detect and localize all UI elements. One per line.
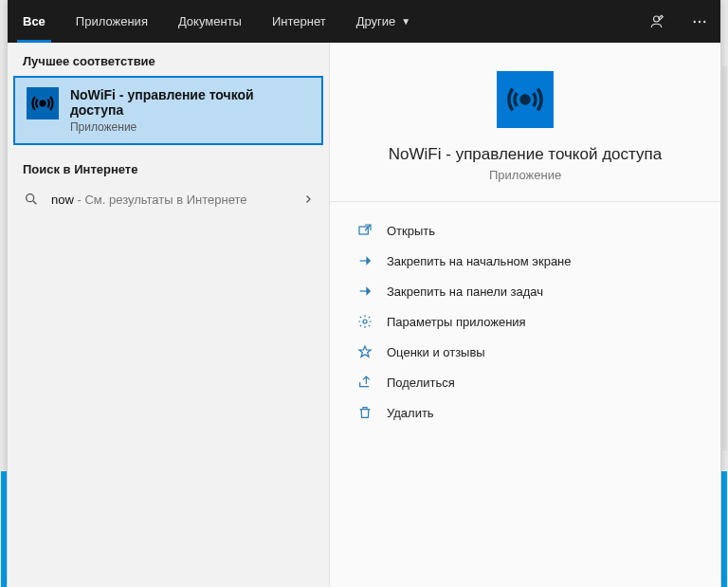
preview-subtitle: Приложение	[489, 168, 561, 182]
action-open[interactable]: Открыть	[351, 215, 700, 246]
pin-icon	[356, 284, 373, 299]
trash-icon	[356, 405, 373, 420]
more-options-icon[interactable]	[679, 0, 720, 43]
tab-label: Все	[23, 14, 46, 28]
tab-more[interactable]: Другие ▼	[341, 0, 427, 43]
action-delete[interactable]: Удалить	[351, 397, 700, 428]
tab-docs[interactable]: Документы	[163, 0, 257, 43]
web-search-header: Поиск в Интернете	[8, 151, 329, 182]
action-label: Закрепить на начальном экране	[387, 254, 572, 268]
app-icon-large	[497, 71, 554, 128]
best-match-title: NoWiFi - управление точкой доступа	[70, 87, 310, 118]
star-icon	[356, 344, 373, 359]
main-area: Лучшее соответствие NoWiFi - управление …	[8, 43, 720, 587]
share-icon	[356, 375, 373, 390]
results-column: Лучшее соответствие NoWiFi - управление …	[8, 43, 330, 587]
action-share[interactable]: Поделиться	[351, 367, 700, 397]
tab-web[interactable]: Интернет	[257, 0, 341, 43]
preview-title: NoWiFi - управление точкой доступа	[389, 145, 662, 164]
open-icon	[356, 223, 373, 238]
svg-rect-7	[359, 227, 368, 234]
svg-point-6	[521, 96, 529, 103]
preview-header: NoWiFi - управление точкой доступа Прило…	[330, 43, 720, 202]
action-label: Оценки и отзывы	[387, 345, 485, 359]
bg-accent-left	[1, 471, 7, 587]
chevron-down-icon: ▼	[401, 16, 410, 27]
best-match-text: NoWiFi - управление точкой доступа Прило…	[70, 87, 310, 134]
preview-column: NoWiFi - управление точкой доступа Прило…	[330, 43, 720, 587]
web-search-text: now - См. результаты в Интернете	[51, 193, 291, 207]
action-pin-taskbar[interactable]: Закрепить на панели задач	[351, 276, 700, 306]
svg-point-3	[703, 20, 705, 22]
web-search-item[interactable]: now - См. результаты в Интернете	[8, 182, 329, 216]
tab-bar: Все Приложения Документы Интернет Другие…	[8, 0, 720, 43]
svg-point-2	[699, 20, 701, 22]
tab-apps[interactable]: Приложения	[61, 0, 163, 43]
action-label: Параметры приложения	[387, 315, 526, 329]
svg-point-1	[694, 20, 696, 22]
action-settings[interactable]: Параметры приложения	[351, 306, 700, 337]
action-label: Открыть	[387, 224, 435, 238]
tab-label: Приложения	[76, 14, 148, 28]
tab-label: Интернет	[272, 14, 326, 28]
action-label: Удалить	[387, 406, 434, 420]
gear-icon	[356, 314, 373, 329]
action-rate[interactable]: Оценки и отзывы	[351, 337, 700, 367]
search-panel: Все Приложения Документы Интернет Другие…	[8, 0, 720, 587]
action-label: Закрепить на панели задач	[387, 284, 543, 299]
tab-label: Другие	[356, 14, 396, 28]
search-icon	[23, 192, 40, 207]
chevron-right-icon	[302, 193, 314, 205]
action-label: Поделиться	[387, 376, 455, 390]
pin-icon	[356, 253, 373, 268]
best-match-item[interactable]: NoWiFi - управление точкой доступа Прило…	[13, 76, 323, 145]
tab-label: Документы	[178, 14, 242, 28]
tab-all[interactable]: Все	[8, 0, 61, 43]
action-pin-start[interactable]: Закрепить на начальном экране	[351, 246, 700, 276]
app-icon	[27, 87, 59, 119]
bg-scroll-hint	[722, 66, 727, 450]
actions-list: Открыть Закрепить на начальном экране За…	[330, 202, 720, 441]
web-search-suffix: - См. результаты в Интернете	[74, 193, 247, 207]
svg-point-4	[40, 101, 45, 106]
best-match-header: Лучшее соответствие	[8, 43, 329, 74]
best-match-subtitle: Приложение	[70, 120, 310, 134]
web-search-query: now	[51, 193, 74, 207]
svg-point-5	[27, 194, 34, 202]
feedback-icon[interactable]	[637, 0, 679, 43]
bg-accent-right	[721, 471, 727, 587]
svg-point-0	[654, 16, 660, 22]
svg-point-8	[363, 320, 367, 323]
